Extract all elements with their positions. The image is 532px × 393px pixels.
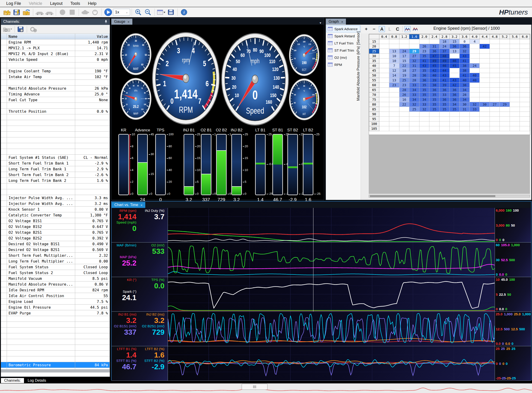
menu-tools[interactable]: Tools xyxy=(66,0,84,7)
heat-cell[interactable]: 45 xyxy=(449,63,460,68)
heat-cell[interactable] xyxy=(500,63,510,68)
menu-layout[interactable]: Layout xyxy=(46,0,66,7)
heat-cell[interactable]: 13 xyxy=(389,78,399,83)
heat-cell[interactable] xyxy=(480,97,490,102)
heat-cell[interactable] xyxy=(460,112,470,117)
heat-cell[interactable]: 24 xyxy=(469,63,480,68)
heat-cell[interactable]: 39 xyxy=(429,78,440,83)
heat-row-header[interactable]: 105 xyxy=(369,126,379,131)
heat-cell[interactable] xyxy=(520,59,530,63)
heat-cell[interactable]: 47 xyxy=(429,54,440,59)
heat-cell[interactable]: 37 xyxy=(439,49,449,54)
heat-cell[interactable]: 14 xyxy=(389,73,399,78)
heat-cell[interactable] xyxy=(480,39,490,44)
heat-cell[interactable] xyxy=(510,97,520,102)
heat-cell[interactable]: 29 xyxy=(500,102,510,107)
channel-row[interactable] xyxy=(1,333,110,339)
heat-cell[interactable]: 39 xyxy=(439,83,449,88)
heat-cell[interactable]: 36 xyxy=(419,73,429,78)
auto-mode-button[interactable]: A xyxy=(379,26,385,32)
heat-cell[interactable] xyxy=(510,107,520,112)
channel-row[interactable] xyxy=(1,356,110,362)
heat-cell[interactable]: 35 xyxy=(429,107,440,112)
heat-cell[interactable] xyxy=(429,117,440,122)
heat-cell[interactable]: 43 xyxy=(460,54,470,59)
channel-row[interactable]: Fuel System Status 2Closed Loop xyxy=(1,270,110,276)
channel-row[interactable] xyxy=(1,137,110,143)
heat-cell[interactable] xyxy=(500,126,510,131)
sidebar-item-sparkadvance[interactable]: Spark Advance xyxy=(326,25,360,32)
heat-cell[interactable]: 28 xyxy=(409,78,419,83)
heat-cell[interactable] xyxy=(379,49,389,54)
c-mode-button[interactable]: C xyxy=(395,26,401,32)
heat-cell[interactable] xyxy=(520,39,530,44)
heat-cell[interactable] xyxy=(389,112,399,117)
channel-row[interactable]: O2 Voltage B2S10.765 V xyxy=(1,230,110,235)
heat-cell[interactable] xyxy=(379,126,389,131)
heat-row-header[interactable]: 100 xyxy=(369,122,379,126)
sidebar-item-rpm[interactable]: RPM xyxy=(326,61,360,68)
panel-menu-icon[interactable]: ▾ xyxy=(317,21,324,25)
heat-cell[interactable]: 46 xyxy=(439,63,449,68)
chart-plot[interactable] xyxy=(168,312,495,346)
channel-row[interactable]: Knock Sensor 10.00 V xyxy=(1,206,110,212)
heat-cell[interactable] xyxy=(500,97,510,102)
channels-table-header[interactable]: Name Value xyxy=(1,34,110,39)
channel-row[interactable] xyxy=(1,316,110,322)
heat-cell[interactable] xyxy=(490,122,500,126)
heat-row-header[interactable]: 60 xyxy=(369,83,379,88)
channel-row[interactable]: Idle Desired RPM824 rpm xyxy=(1,287,110,293)
heat-cell[interactable]: 33 xyxy=(409,93,419,97)
heat-cell[interactable] xyxy=(429,112,440,117)
heat-cell[interactable]: 17 xyxy=(399,54,409,59)
heat-cell[interactable] xyxy=(500,93,510,97)
heat-cell[interactable] xyxy=(449,73,460,78)
heat-cell[interactable] xyxy=(520,102,530,107)
channel-row[interactable] xyxy=(1,114,110,120)
heat-cell[interactable] xyxy=(469,88,480,93)
heat-cell[interactable] xyxy=(500,49,510,54)
menu-log-file[interactable]: Log File xyxy=(2,0,25,7)
channel-row[interactable]: Injector Pulse Width Avg. ...3.3 ms xyxy=(1,195,110,201)
play-icon[interactable] xyxy=(103,8,113,17)
channel-row[interactable]: Desired O2 Voltage B2S10.569 V xyxy=(1,247,110,253)
heat-row-header[interactable]: 15 xyxy=(369,39,379,44)
heat-cell[interactable]: 36 xyxy=(449,88,460,93)
heat-cell[interactable]: 36 xyxy=(439,97,449,102)
heat-col-header[interactable]: 6.0 xyxy=(520,34,530,39)
heat-cell[interactable] xyxy=(429,122,440,126)
channel-row[interactable] xyxy=(1,103,110,108)
heat-cell[interactable] xyxy=(480,93,490,97)
heat-cell[interactable]: 35 xyxy=(419,54,429,59)
heat-cell[interactable]: 40 xyxy=(469,78,480,83)
heat-row-header[interactable]: 65 xyxy=(369,88,379,93)
heat-cell[interactable] xyxy=(500,88,510,93)
heat-cell[interactable]: 34 xyxy=(449,102,460,107)
heat-cell[interactable]: 38 xyxy=(460,68,470,73)
channel-row[interactable]: Engine Load7.5 % xyxy=(1,299,110,305)
heat-cell[interactable]: 31 xyxy=(460,107,470,112)
heat-cell[interactable] xyxy=(389,93,399,97)
heat-cell[interactable] xyxy=(469,59,480,63)
heat-cell[interactable]: 30 xyxy=(480,102,490,107)
heat-cell[interactable] xyxy=(480,126,490,131)
heat-cell[interactable] xyxy=(520,117,530,122)
heat-cell[interactable] xyxy=(389,126,399,131)
heat-cell[interactable] xyxy=(379,68,389,73)
heat-cell[interactable] xyxy=(449,112,460,117)
heat-col-header[interactable]: 3.6 xyxy=(460,34,470,39)
channel-row[interactable]: Engine Oil Pressure44.5 psi xyxy=(1,305,110,310)
heat-cell[interactable] xyxy=(490,88,500,93)
heat-cell[interactable] xyxy=(449,126,460,131)
heat-row-header[interactable]: 20 xyxy=(369,44,379,49)
heat-cell[interactable] xyxy=(469,117,480,122)
heat-cell[interactable] xyxy=(520,44,530,49)
heat-cell[interactable]: 49 xyxy=(439,59,449,63)
remove-table-button[interactable]: − xyxy=(371,26,377,32)
heat-cell[interactable] xyxy=(460,122,470,126)
channel-row[interactable]: Vehicle Speed0 mph xyxy=(1,57,110,63)
tab-chart-vs-time[interactable]: Chart vs. Time× xyxy=(112,202,145,208)
heat-cell[interactable]: 27 xyxy=(409,54,419,59)
heat-cell[interactable] xyxy=(379,88,389,93)
open-log-icon[interactable] xyxy=(2,8,12,17)
